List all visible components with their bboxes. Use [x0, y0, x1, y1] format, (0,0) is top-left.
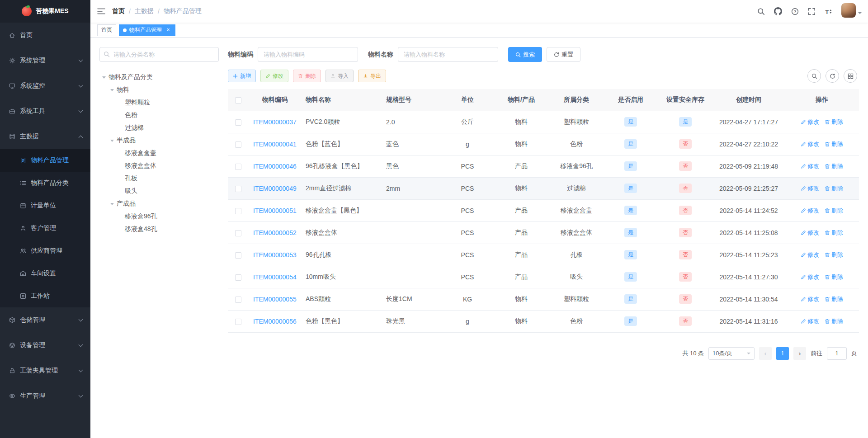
tree-node-0[interactable]: 物料及产品分类 — [99, 71, 219, 84]
row-edit-link[interactable]: 修改 — [801, 295, 819, 303]
sidebar-subitem-4-1[interactable]: 物料产品分类 — [0, 172, 90, 194]
toggle-search-button[interactable] — [807, 69, 821, 83]
material-name-input[interactable] — [398, 47, 498, 62]
material-code-link[interactable]: ITEM00000041 — [253, 141, 297, 148]
row-delete-link[interactable]: 删除 — [825, 295, 843, 303]
row-checkbox[interactable] — [235, 141, 241, 148]
row-edit-link[interactable]: 修改 — [801, 229, 819, 237]
search-button[interactable]: 搜索 — [508, 47, 542, 62]
row-checkbox[interactable] — [235, 208, 241, 214]
add-button[interactable]: 新增 — [228, 70, 256, 82]
header-search-button[interactable] — [753, 0, 769, 23]
tree-node-6[interactable]: 移液盒盒盖 — [99, 147, 219, 160]
hamburger-icon[interactable] — [90, 0, 112, 23]
row-checkbox[interactable] — [235, 274, 241, 281]
row-checkbox[interactable] — [235, 297, 241, 303]
goto-page-input[interactable] — [827, 347, 847, 360]
tree-node-10[interactable]: 产成品 — [99, 198, 219, 210]
tree-node-2[interactable]: 塑料颗粒 — [99, 96, 219, 109]
app-logo[interactable]: 苦糖果MES — [0, 0, 90, 23]
caret-down-icon[interactable] — [99, 75, 108, 80]
row-delete-link[interactable]: 删除 — [825, 273, 843, 281]
github-button[interactable] — [769, 0, 787, 23]
sidebar-subitem-4-5[interactable]: 车间设置 — [0, 262, 90, 285]
tab-material-product[interactable]: 物料产品管理 × — [119, 24, 175, 36]
fullscreen-button[interactable] — [803, 0, 820, 23]
tree-node-5[interactable]: 半成品 — [99, 134, 219, 147]
row-edit-link[interactable]: 修改 — [801, 251, 819, 259]
row-delete-link[interactable]: 删除 — [825, 229, 843, 237]
sidebar-item-5[interactable]: 仓储管理 — [0, 307, 90, 333]
edit-button[interactable]: 修改 — [260, 70, 288, 82]
column-settings-button[interactable] — [844, 69, 857, 83]
sidebar-item-1[interactable]: 系统管理 — [0, 48, 90, 73]
row-delete-link[interactable]: 删除 — [825, 317, 843, 325]
caret-down-icon[interactable] — [108, 138, 117, 144]
font-size-button[interactable]: T — [820, 0, 837, 23]
tree-node-8[interactable]: 孔板 — [99, 172, 219, 185]
user-menu[interactable] — [841, 3, 862, 19]
row-checkbox[interactable] — [235, 164, 241, 170]
tree-node-3[interactable]: 色粉 — [99, 109, 219, 122]
material-code-link[interactable]: ITEM00000037 — [253, 118, 297, 126]
export-button[interactable]: 导出 — [358, 70, 386, 82]
sidebar-item-6[interactable]: 设备管理 — [0, 333, 90, 358]
sidebar-subitem-4-2[interactable]: 计量单位 — [0, 194, 90, 217]
row-delete-link[interactable]: 删除 — [825, 251, 843, 259]
sidebar-item-4[interactable]: 主数据 — [0, 124, 90, 149]
tree-node-11[interactable]: 移液盒96孔 — [99, 210, 219, 223]
sidebar-subitem-4-4[interactable]: 供应商管理 — [0, 240, 90, 262]
material-code-link[interactable]: ITEM00000055 — [253, 296, 297, 303]
refresh-button[interactable] — [826, 69, 839, 83]
material-code-link[interactable]: ITEM00000051 — [253, 207, 297, 214]
row-checkbox[interactable] — [235, 230, 241, 236]
category-search-input[interactable] — [99, 47, 219, 62]
material-code-input[interactable] — [258, 47, 358, 62]
row-delete-link[interactable]: 删除 — [825, 162, 843, 170]
row-delete-link[interactable]: 删除 — [825, 207, 843, 215]
tree-node-9[interactable]: 吸头 — [99, 185, 219, 198]
caret-down-icon[interactable] — [108, 87, 117, 93]
material-code-link[interactable]: ITEM00000049 — [253, 185, 297, 192]
prev-page-button[interactable]: ‹ — [759, 347, 772, 360]
sidebar-subitem-4-6[interactable]: 工作站 — [0, 285, 90, 307]
tree-node-12[interactable]: 移液盒48孔 — [99, 223, 219, 235]
breadcrumb-master-data[interactable]: 主数据 — [135, 7, 154, 15]
help-button[interactable]: ? — [787, 0, 803, 23]
caret-down-icon[interactable] — [108, 201, 117, 207]
import-button[interactable]: 导入 — [326, 70, 354, 82]
avatar[interactable] — [841, 3, 856, 18]
next-page-button[interactable]: › — [793, 347, 806, 360]
material-code-link[interactable]: ITEM00000056 — [253, 318, 297, 325]
row-checkbox[interactable] — [235, 119, 241, 126]
row-checkbox[interactable] — [235, 319, 241, 325]
sidebar-item-2[interactable]: 系统监控 — [0, 73, 90, 99]
row-edit-link[interactable]: 修改 — [801, 273, 819, 281]
page-size-select[interactable]: 10条/页 — [708, 347, 755, 360]
row-edit-link[interactable]: 修改 — [801, 140, 819, 148]
sidebar-item-7[interactable]: 工装夹具管理 — [0, 358, 90, 383]
close-icon[interactable]: × — [165, 27, 171, 33]
sidebar-item-0[interactable]: 首页 — [0, 23, 90, 48]
material-code-link[interactable]: ITEM00000053 — [253, 251, 297, 259]
row-checkbox[interactable] — [235, 252, 241, 259]
tree-node-4[interactable]: 过滤棉 — [99, 122, 219, 134]
reset-button[interactable]: 重置 — [547, 47, 580, 62]
select-all-checkbox[interactable] — [235, 97, 241, 104]
sidebar-item-8[interactable]: 生产管理 — [0, 383, 90, 409]
sidebar-subitem-4-3[interactable]: 客户管理 — [0, 217, 90, 240]
row-edit-link[interactable]: 修改 — [801, 207, 819, 215]
row-edit-link[interactable]: 修改 — [801, 162, 819, 170]
tree-node-7[interactable]: 移液盒盒体 — [99, 160, 219, 172]
breadcrumb-home[interactable]: 首页 — [112, 7, 125, 15]
row-edit-link[interactable]: 修改 — [801, 118, 819, 126]
row-edit-link[interactable]: 修改 — [801, 184, 819, 193]
material-code-link[interactable]: ITEM00000052 — [253, 229, 297, 236]
row-delete-link[interactable]: 删除 — [825, 184, 843, 193]
sidebar-item-3[interactable]: 系统工具 — [0, 99, 90, 124]
tree-node-1[interactable]: 物料 — [99, 84, 219, 96]
tab-home[interactable]: 首页 — [97, 24, 116, 36]
row-delete-link[interactable]: 删除 — [825, 118, 843, 126]
material-code-link[interactable]: ITEM00000046 — [253, 163, 297, 170]
page-number-button[interactable]: 1 — [776, 347, 789, 360]
